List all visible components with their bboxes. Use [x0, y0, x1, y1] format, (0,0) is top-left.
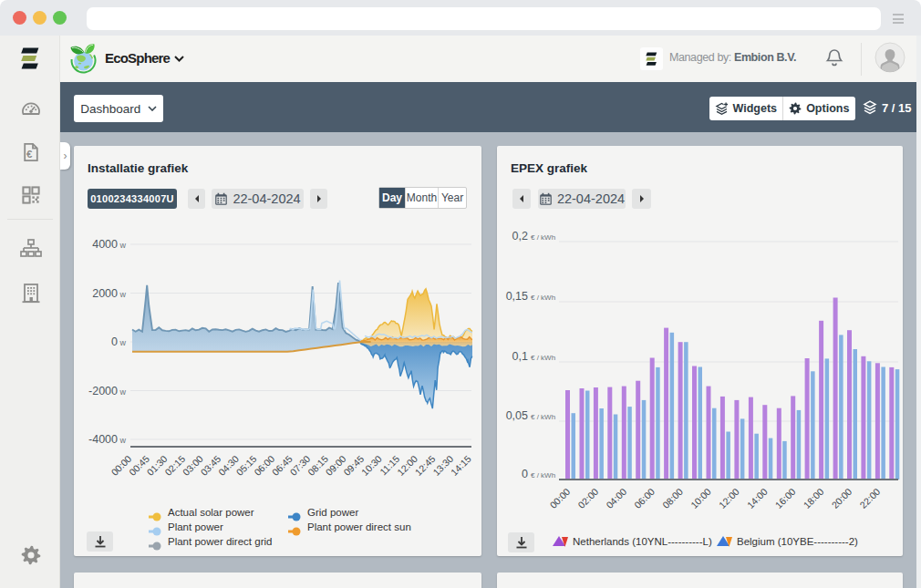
svg-text:22:00: 22:00 — [857, 486, 882, 511]
svg-text:06:00: 06:00 — [632, 486, 657, 511]
svg-text:14:15: 14:15 — [449, 453, 473, 478]
svg-text:10:30: 10:30 — [359, 453, 384, 478]
svg-text:€: € — [26, 149, 33, 160]
svg-text:2000 w: 2000 w — [92, 287, 126, 300]
svg-text:02:00: 02:00 — [575, 486, 600, 511]
svg-text:0,1: 0,1 — [512, 350, 528, 363]
svg-text:4000 w: 4000 w — [92, 238, 126, 251]
svg-text:€ / kWh: € / kWh — [531, 354, 555, 362]
svg-text:0,15: 0,15 — [506, 290, 528, 303]
svg-text:20:00: 20:00 — [829, 486, 854, 511]
svg-text:€ / kWh: € / kWh — [531, 294, 555, 302]
svg-text:0,2: 0,2 — [512, 230, 528, 242]
svg-text:08:00: 08:00 — [660, 486, 685, 511]
svg-text:-4000 w: -4000 w — [88, 433, 126, 446]
svg-text:-2000 w: -2000 w — [88, 385, 126, 397]
svg-text:0: 0 — [522, 468, 528, 480]
svg-text:16:00: 16:00 — [773, 486, 798, 511]
svg-text:€ / kWh: € / kWh — [531, 233, 555, 242]
svg-text:€ / kWh: € / kWh — [531, 413, 555, 421]
svg-text:€ / kWh: € / kWh — [531, 471, 555, 480]
svg-text:10:00: 10:00 — [688, 486, 713, 511]
svg-text:0 w: 0 w — [111, 335, 126, 348]
svg-text:14:00: 14:00 — [745, 486, 770, 511]
svg-text:04:00: 04:00 — [604, 486, 628, 511]
svg-text:18:00: 18:00 — [801, 486, 825, 511]
svg-text:00:00: 00:00 — [547, 486, 572, 511]
svg-text:12:00: 12:00 — [717, 486, 741, 511]
svg-text:0,05: 0,05 — [506, 409, 528, 422]
